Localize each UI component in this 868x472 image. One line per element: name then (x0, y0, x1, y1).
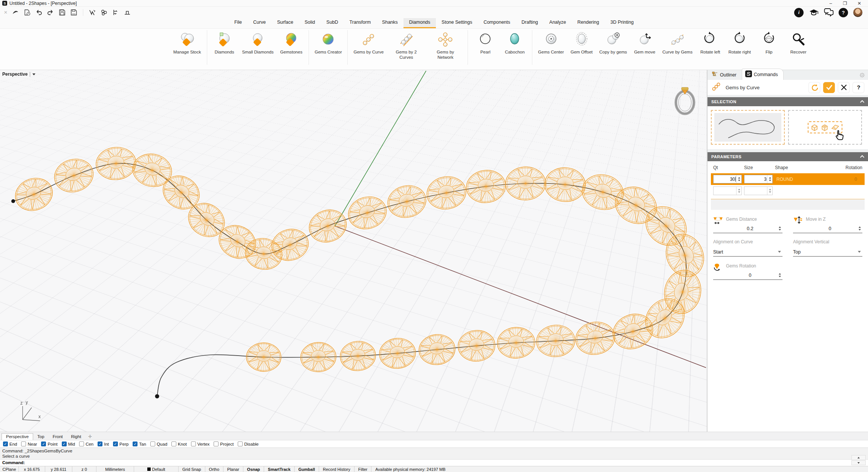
chat-icon[interactable] (824, 8, 834, 17)
ribbon-tab-diamonds[interactable]: Diamonds (403, 18, 436, 28)
ribbon-tab-shanks[interactable]: Shanks (376, 18, 403, 28)
osnap-quad[interactable]: Quad (150, 441, 167, 446)
ribbon-tab-transform[interactable]: Transform (344, 18, 377, 28)
status-ortho[interactable]: Ortho (205, 466, 224, 472)
checkbox[interactable]: ✓ (62, 441, 67, 446)
move-in-z-input[interactable]: 0 (793, 224, 862, 233)
status-y-28-611[interactable]: y 28.611 (45, 466, 72, 472)
confirm-button[interactable] (823, 82, 835, 93)
command-history[interactable]: Command: _2ShapesGemsByCurveSelect a cur… (0, 448, 868, 460)
checkbox[interactable] (150, 441, 155, 446)
view-tab-front[interactable]: Front (49, 434, 67, 440)
gem-row-2[interactable] (711, 185, 865, 197)
learn-icon[interactable] (808, 8, 819, 17)
status-record-history[interactable]: Record History (319, 466, 355, 472)
view-tab-perspective[interactable]: Perspective (2, 433, 33, 440)
ribbon-button-gems-by-2-curves[interactable]: Gems by 2 Curves (387, 29, 426, 70)
scroll-up-button[interactable] (851, 455, 866, 460)
viewport-title[interactable]: Perspective (2, 72, 35, 77)
osnap-int[interactable]: ✓Int (98, 441, 109, 446)
shape-value[interactable]: ROUND (775, 177, 840, 182)
ribbon-button-gems-by-curve[interactable]: Gems by Curve (350, 29, 387, 70)
parameters-section-header[interactable]: PARAMETERS (708, 152, 868, 161)
view-tab-top[interactable]: Top (33, 434, 49, 440)
ribbon-button-cabochon[interactable]: Cabochon (500, 29, 529, 70)
toolbar-close-icon[interactable]: ✕ (4, 10, 8, 15)
add-view-icon[interactable]: ✛ (85, 433, 95, 440)
qt-spinner[interactable] (736, 175, 741, 183)
size-input[interactable]: 3 (744, 175, 773, 183)
cancel-button[interactable] (838, 82, 850, 93)
selection-section-header[interactable]: SELECTION (708, 97, 868, 106)
ribbon-tab-stone-settings[interactable]: Stone Settings (436, 18, 478, 28)
status-filter[interactable]: Filter (355, 466, 371, 472)
ribbon-button-manage-stock[interactable]: Manage Stock (170, 29, 204, 70)
command-prompt[interactable]: Command: (0, 460, 868, 466)
ribbon-button-rotate-right[interactable]: Rotate right (725, 29, 754, 70)
close-button[interactable]: ✕ (853, 0, 866, 6)
gem-row-1[interactable]: 30 3 ROUND 0 (711, 173, 865, 185)
osnap-perp[interactable]: ✓Perp (113, 441, 128, 446)
status-gumball[interactable]: Gumball (295, 466, 319, 472)
gems-distance-input[interactable]: 0.2 (713, 224, 782, 233)
status-millimeters[interactable]: Millimeters (96, 466, 134, 472)
checkbox[interactable]: ✓ (98, 441, 102, 446)
info-icon[interactable]: i (794, 8, 804, 17)
osnap-vertex[interactable]: Vertex (191, 441, 210, 446)
panel-tab-outliner[interactable]: Outliner (709, 70, 742, 80)
undo-icon[interactable] (35, 8, 43, 17)
gems-selection-preview[interactable] (788, 110, 862, 145)
ribbon-button-copy-by-gems[interactable]: Copy by gems (596, 29, 630, 70)
save-incremental-icon[interactable] (70, 8, 78, 17)
help-icon[interactable]: ? (839, 8, 848, 17)
status-osnap[interactable]: Osnap (243, 466, 264, 472)
checkbox[interactable]: ✓ (113, 441, 118, 446)
ribbon-button-gemstones[interactable]: Gemstones (277, 29, 306, 70)
osnap-mid[interactable]: ✓Mid (62, 441, 75, 446)
checkbox[interactable] (171, 441, 176, 446)
osnap-cen[interactable]: Cen (79, 441, 93, 446)
save-icon[interactable] (58, 8, 66, 17)
ribbon-tab-subd[interactable]: SubD (321, 18, 344, 28)
status-smarttrack[interactable]: SmartTrack (264, 466, 295, 472)
user-avatar[interactable] (853, 8, 863, 17)
ribbon-button-gems-by-network[interactable]: Gems by Network (426, 29, 465, 70)
qt-input[interactable]: 30 (713, 175, 742, 183)
viewport-perspective[interactable]: Perspective z y x (0, 70, 707, 432)
status-available-physical-memory-2419[interactable]: Available physical memory: 24197 MB (371, 466, 449, 472)
ribbon-button-small-diamonds[interactable]: Small Diamonds (239, 29, 277, 70)
qt-input-empty[interactable] (713, 186, 742, 195)
brush-icon[interactable] (11, 8, 20, 17)
ribbon-button-gems-center[interactable]: Gems Center (535, 29, 567, 70)
ribbon-tab-surface[interactable]: Surface (271, 18, 299, 28)
collapse-icon[interactable] (860, 155, 864, 159)
sketch-icon[interactable] (88, 8, 96, 17)
ribbon-button-diamonds[interactable]: Diamonds (210, 29, 239, 70)
status-x-16-675[interactable]: x 16.675 (19, 466, 45, 472)
checkbox[interactable]: ✓ (41, 441, 46, 446)
help-button[interactable]: ? (853, 82, 864, 93)
ribbon-tab-curve[interactable]: Curve (248, 18, 271, 28)
ribbon-tab-solid[interactable]: Solid (299, 18, 321, 28)
osnap-point[interactable]: ✓Point (41, 441, 57, 446)
distribute-icon[interactable] (123, 8, 131, 17)
minimize-button[interactable]: – (824, 0, 837, 6)
gear-icon[interactable] (859, 72, 865, 79)
size-input-empty[interactable] (744, 186, 773, 195)
ribbon-tab-3d-printing[interactable]: 3D Printing (605, 18, 639, 28)
ribbon-button-gem-move[interactable]: Gem move (630, 29, 659, 70)
checkbox[interactable]: ✓ (3, 441, 8, 446)
checkbox[interactable] (191, 441, 196, 446)
size-spinner[interactable] (767, 175, 772, 183)
checkbox[interactable] (21, 441, 26, 446)
refresh-button[interactable] (808, 82, 820, 93)
checkbox[interactable] (79, 441, 84, 446)
file-history-icon[interactable] (23, 8, 31, 17)
redo-icon[interactable] (46, 8, 55, 17)
ribbon-button-recover[interactable]: Recover (784, 29, 813, 70)
curve-selection-preview[interactable] (711, 110, 785, 145)
checkbox[interactable]: ✓ (133, 441, 138, 446)
scroll-down-button[interactable] (851, 460, 866, 465)
status-grid-snap[interactable]: Grid Snap (179, 466, 205, 472)
osnap-tan[interactable]: ✓Tan (133, 441, 146, 446)
